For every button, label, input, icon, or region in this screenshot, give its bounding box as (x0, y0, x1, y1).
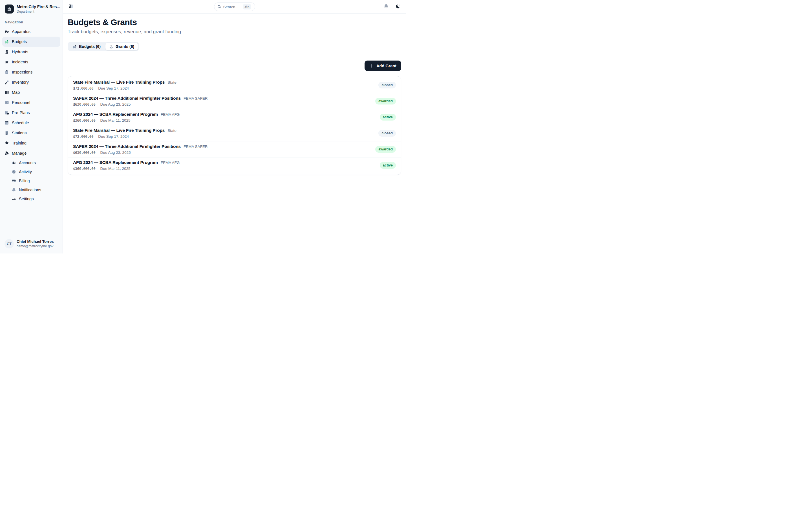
sidebar-item-personnel[interactable]: Personnel (2, 98, 60, 108)
user-profile[interactable]: CT Chief Michael Torres demo@metrocityfi… (0, 235, 63, 253)
user-email: demo@metrocityfire.gov (17, 244, 54, 248)
sidebar-item-label: Activity (19, 170, 32, 174)
map-icon (4, 90, 9, 95)
piggy-bank-icon (72, 45, 77, 49)
sliders-icon (11, 196, 16, 201)
sidebar-item-stations[interactable]: Stations (2, 128, 60, 138)
moon-sparkle-icon (395, 4, 400, 10)
sidebar-item-label: Billing (19, 179, 30, 183)
sidebar-item-activity[interactable]: Activity (7, 167, 60, 176)
grant-name: AFG 2024 — SCBA Replacement Program (73, 112, 158, 117)
grant-name: SAFER 2024 — Three Additional Firefighte… (73, 96, 181, 101)
sidebar-item-accounts[interactable]: Accounts (7, 158, 60, 167)
status-badge: active (380, 114, 396, 121)
search-input[interactable] (223, 4, 241, 9)
sidebar-item-label: Personnel (12, 100, 30, 105)
hand-coin-icon (109, 45, 113, 49)
search-shortcut-badge: ⌘K (243, 4, 251, 9)
credit-card-icon (11, 179, 16, 183)
sidebar-item-settings[interactable]: Settings (7, 194, 60, 203)
magnifier-icon (217, 5, 221, 9)
grant-category: FEMA SAFER (184, 145, 208, 149)
sidebar-item-apparatus[interactable]: Apparatus (2, 26, 60, 37)
sidebar-item-inventory[interactable]: Inventory (2, 77, 60, 87)
grant-amount: $360,000.00 (73, 166, 95, 171)
sidebar-item-preplans[interactable]: Pre-Plans (2, 108, 60, 118)
sidebar-item-training[interactable]: Training (2, 138, 60, 148)
id-card-icon (4, 100, 9, 105)
grant-info: State Fire Marshal — Live Fire Training … (73, 80, 176, 91)
sidebar-item-manage[interactable]: Manage (2, 148, 60, 158)
grant-due-date: Due Mar 11, 2025 (100, 118, 130, 122)
search-box[interactable]: ⌘K (214, 2, 255, 11)
notifications-button[interactable] (383, 3, 389, 10)
user-name: Chief Michael Torres (17, 239, 54, 244)
sidebar-item-label: Hydrants (12, 50, 28, 54)
clock-icon (11, 170, 16, 174)
sidebar-item-label: Incidents (12, 60, 28, 64)
grant-name: AFG 2024 — SCBA Replacement Program (73, 160, 158, 165)
org-switcher[interactable]: Metro City Fire & Res... Department (0, 0, 63, 15)
building-shield-icon (4, 110, 9, 115)
grant-row[interactable]: State Fire Marshal — Live Fire Training … (68, 125, 401, 141)
sidebar-item-notifications[interactable]: Notifications (7, 185, 60, 194)
grant-amount: $630,000.00 (73, 151, 95, 155)
graduation-cap-icon (4, 141, 9, 145)
grant-info: AFG 2024 — SCBA Replacement ProgramFEMA … (73, 160, 180, 171)
grant-due-date: Due Mar 11, 2025 (100, 166, 130, 171)
fire-truck-icon (4, 29, 9, 34)
grant-category: FEMA AFG (161, 161, 180, 165)
add-grant-button[interactable]: Add Grant (364, 61, 401, 71)
avatar: CT (4, 239, 14, 248)
page-title: Budgets & Grants (68, 17, 401, 27)
sidebar-item-label: Schedule (12, 121, 29, 125)
top-bar: ⌘K (63, 0, 406, 13)
sidebar-item-label: Manage (12, 151, 27, 156)
sidebar-item-map[interactable]: Map (2, 87, 60, 98)
tab-grants[interactable]: Grants (6) (105, 43, 138, 50)
grant-name: SAFER 2024 — Three Additional Firefighte… (73, 144, 181, 149)
sidebar-item-hydrants[interactable]: Hydrants (2, 47, 60, 57)
tab-budgets[interactable]: Budgets (6) (68, 43, 105, 50)
grant-amount: $630,000.00 (73, 102, 95, 107)
grant-name: State Fire Marshal — Live Fire Training … (73, 80, 165, 84)
siren-icon (4, 60, 9, 64)
grant-row[interactable]: SAFER 2024 — Three Additional Firefighte… (68, 141, 401, 157)
plus-icon (369, 64, 374, 68)
sidebar-item-label: Inventory (12, 80, 29, 84)
grant-row[interactable]: State Fire Marshal — Live Fire Training … (68, 77, 401, 93)
grant-info: AFG 2024 — SCBA Replacement ProgramFEMA … (73, 112, 180, 122)
sidebar-item-budgets[interactable]: Budgets (2, 37, 60, 47)
grant-row[interactable]: SAFER 2024 — Three Additional Firefighte… (68, 93, 401, 109)
bell-icon (11, 187, 16, 192)
sidebar-item-incidents[interactable]: Incidents (2, 57, 60, 67)
main-area: ⌘K Budgets & Grants Track budgets, expen… (63, 0, 406, 253)
grant-amount: $72,000.00 (73, 134, 93, 138)
grant-amount: $360,000.00 (73, 118, 95, 122)
theme-toggle-button[interactable] (395, 3, 401, 10)
grant-info: State Fire Marshal — Live Fire Training … (73, 128, 176, 138)
sidebar-item-label: Pre-Plans (12, 110, 30, 115)
clipboard-check-icon (4, 70, 9, 74)
grant-due-date: Due Sep 17, 2024 (98, 86, 129, 91)
grant-row[interactable]: AFG 2024 — SCBA Replacement ProgramFEMA … (68, 157, 401, 173)
panel-left-icon (68, 4, 73, 10)
grant-row[interactable]: AFG 2024 — SCBA Replacement ProgramFEMA … (68, 109, 401, 125)
tab-label: Budgets (6) (79, 44, 101, 49)
sidebar-item-inspections[interactable]: Inspections (2, 67, 60, 77)
page-content: Budgets & Grants Track budgets, expenses… (63, 13, 406, 175)
page-subtitle: Track budgets, expenses, revenue, and gr… (68, 29, 401, 35)
org-type: Department (17, 10, 59, 13)
tab-label: Grants (6) (116, 44, 134, 49)
app-root: Metro City Fire & Res... Department Navi… (0, 0, 406, 253)
sidebar-item-schedule[interactable]: Schedule (2, 118, 60, 128)
sidebar-item-billing[interactable]: Billing (7, 176, 60, 185)
sidebar-toggle-button[interactable] (68, 3, 74, 10)
grant-category: State (167, 128, 176, 133)
user-info: Chief Michael Torres demo@metrocityfire.… (17, 239, 54, 248)
grant-due-date: Due Sep 17, 2024 (98, 134, 129, 138)
sidebar-nav: Apparatus Budgets Hydrants Incidents Ins… (0, 26, 63, 235)
sidebar-item-label: Inspections (12, 70, 33, 74)
grant-category: FEMA AFG (161, 112, 180, 117)
grant-info: SAFER 2024 — Three Additional Firefighte… (73, 144, 207, 155)
